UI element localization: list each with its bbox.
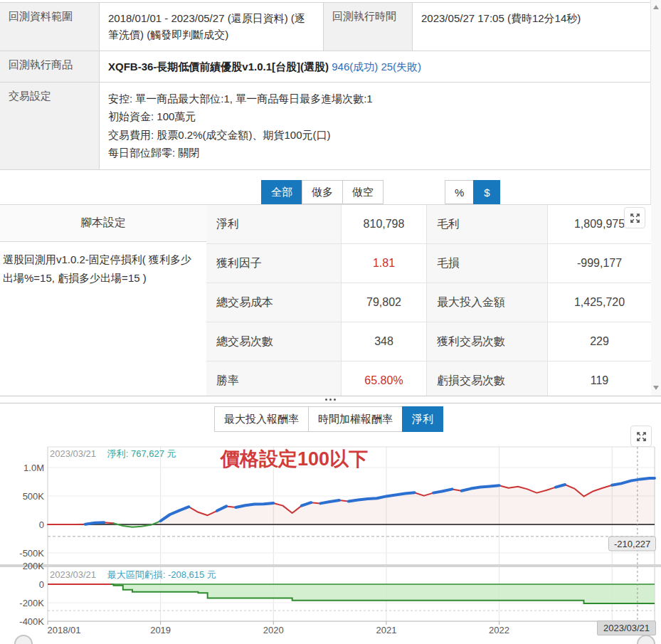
chart2-value-label: 最大區間虧損: -208,615 元 xyxy=(107,569,216,580)
stat-value: 65.80% xyxy=(342,361,427,396)
product-value: XQFB-36-長期低價前績優股v1.0.1[台股](選股) 946(成功) 2… xyxy=(100,51,651,83)
product-success-fail-link[interactable]: 946(成功) 25(失敗) xyxy=(332,60,421,73)
chart1-value-label: 淨利: 767,627 元 xyxy=(107,448,176,459)
stat-value: 1,425,720 xyxy=(548,283,651,322)
filter-long-button[interactable]: 做多 xyxy=(302,180,343,204)
stat-value: 348 xyxy=(342,322,427,361)
x-tick-label: 2018/01 xyxy=(48,625,81,635)
exec-time-value: 2023/05/27 17:05 (費時12分14秒) xyxy=(413,3,651,51)
stat-value: -999,177 xyxy=(548,244,651,283)
chart-tab-group: 最大投入報酬率 時間加權報酬率 淨利 xyxy=(214,406,443,432)
range-label: 回測資料範圍 xyxy=(0,3,100,51)
stat-value: 119 xyxy=(548,361,651,396)
tab-net-profit[interactable]: 淨利 xyxy=(402,406,443,432)
y-tick-label: -400K xyxy=(3,616,44,627)
tab-time-weighted-return[interactable]: 時間加權報酬率 xyxy=(308,406,403,432)
chart2-crosshair-date: 2023/03/21 xyxy=(50,569,96,580)
chart1-info: 2023/03/21 淨利: 767,627 元 xyxy=(50,448,176,460)
stat-value: 1.81 xyxy=(342,244,427,283)
expand-chart-button[interactable] xyxy=(630,426,652,447)
stat-label: 總交易成本 xyxy=(206,283,342,322)
info-row-product: 回測執行商品 XQFB-36-長期低價前績優股v1.0.1[台股](選股) 94… xyxy=(0,51,651,83)
expand-arrows-icon xyxy=(636,431,647,442)
script-settings-panel: 腳本設定 選股回測用v1.0.2-固定停損利( 獲利多少出場%=15, 虧損多少… xyxy=(0,204,206,396)
script-description: 選股回測用v1.0.2-固定停損利( 獲利多少出場%=15, 虧損多少出場=15… xyxy=(0,242,206,295)
trade-settings-value: 安控: 單一商品最大部位:1, 單一商品每日最多進場次數:1 初始資金: 100… xyxy=(100,83,651,170)
backtest-info-table: 回測資料範圍 2018/01/01 - 2023/05/27 (還原日資料) (… xyxy=(0,2,651,170)
crosshair-date-badge: 2023/03/21 xyxy=(597,621,656,635)
trade-settings-label: 交易設定 xyxy=(0,83,100,170)
vertical-scrollbar[interactable] xyxy=(650,0,661,396)
settings-line: 初始資金: 100萬元 xyxy=(108,107,643,126)
panel-splitter-handle[interactable] xyxy=(0,396,661,403)
unit-dollar-button[interactable]: $ xyxy=(473,180,500,204)
expand-arrows-icon xyxy=(630,213,640,223)
settings-line: 交易費用: 股票0.2%(成交金額)、期貨100元(口) xyxy=(108,126,643,144)
y-tick-label: 1.0M xyxy=(3,463,44,473)
y-tick-label: 0 xyxy=(3,519,44,530)
x-tick-label: 2019 xyxy=(150,625,171,635)
stat-label: 淨利 xyxy=(206,205,342,244)
y-tick-label: 0 xyxy=(3,579,44,590)
stat-label: 虧損交易次數 xyxy=(427,361,548,396)
x-tick-label: 2020 xyxy=(263,625,284,635)
info-row-range: 回測資料範圍 2018/01/01 - 2023/05/27 (還原日資料) (… xyxy=(0,3,651,51)
stat-value: 810,798 xyxy=(342,205,427,244)
stat-label: 最大投入金額 xyxy=(427,283,548,322)
scroll-up-icon[interactable] xyxy=(651,2,661,12)
stat-label: 總交易次數 xyxy=(206,322,342,361)
stat-label: 毛利 xyxy=(427,205,548,244)
tab-max-invest-return[interactable]: 最大投入報酬率 xyxy=(214,406,309,432)
scroll-down-icon[interactable] xyxy=(651,383,661,393)
filter-all-button[interactable]: 全部 xyxy=(261,180,302,204)
y-tick-label: -500K xyxy=(3,548,44,559)
y-tick-label: -200K xyxy=(3,598,44,608)
settings-line: 安控: 單一商品最大部位:1, 單一商品每日最多進場次數:1 xyxy=(108,90,643,108)
expand-stats-button[interactable] xyxy=(624,207,645,228)
direction-filter-group: 全部 做多 做空 xyxy=(261,180,384,204)
exec-time-label: 回測執行時間 xyxy=(324,3,413,51)
x-tick-label: 2022 xyxy=(489,625,509,635)
splitter-dots-icon xyxy=(325,398,336,401)
stat-label: 勝率 xyxy=(206,361,342,396)
unit-toggle-group: % $ xyxy=(445,180,500,204)
backtest-report-window: 回測資料範圍 2018/01/01 - 2023/05/27 (還原日資料) (… xyxy=(0,0,661,644)
x-tick-label: 2021 xyxy=(376,625,396,635)
y-tick-label: 500K xyxy=(3,491,44,502)
settings-line: 每日部位歸零: 關閉 xyxy=(108,144,643,162)
performance-stats-table: 淨利 810,798 毛利 1,809,975 獲利因子 1.81 毛損 -99… xyxy=(206,204,651,396)
unit-percent-button[interactable]: % xyxy=(445,180,474,204)
reference-level-badge: -210,227 xyxy=(608,537,656,551)
stat-value: 79,802 xyxy=(342,283,427,322)
y-tick-label: 200K xyxy=(3,561,44,571)
chart1-crosshair-date: 2023/03/21 xyxy=(50,448,96,459)
stat-label: 獲利交易次數 xyxy=(427,322,548,361)
stat-label: 毛損 xyxy=(427,244,548,283)
product-label: 回測執行商品 xyxy=(0,51,100,83)
stat-label: 獲利因子 xyxy=(206,244,342,283)
product-name: XQFB-36-長期低價前績優股v1.0.1[台股](選股) xyxy=(108,60,329,73)
chart2-info: 2023/03/21 最大區間虧損: -208,615 元 xyxy=(50,569,216,581)
info-row-settings: 交易設定 安控: 單一商品最大部位:1, 單一商品每日最多進場次數:1 初始資金… xyxy=(0,83,651,170)
chart-annotation-text: 價格設定100以下 xyxy=(221,446,368,472)
filter-short-button[interactable]: 做空 xyxy=(342,180,384,204)
script-settings-title: 腳本設定 xyxy=(0,204,206,242)
range-value: 2018/01/01 - 2023/05/27 (還原日資料) (逐筆洗價) (… xyxy=(100,3,324,51)
stat-value: 229 xyxy=(548,322,651,361)
